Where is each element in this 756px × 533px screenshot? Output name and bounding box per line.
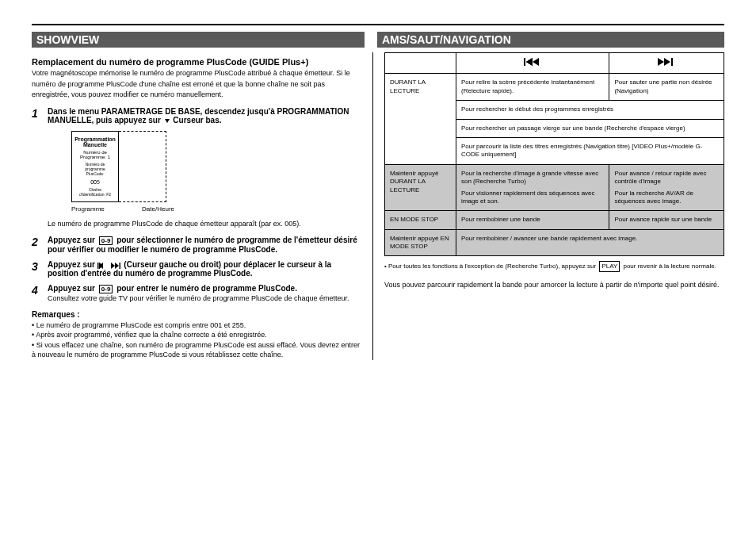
cursor-down-icon [163,117,171,125]
numeric-key-box-2: 0-9 [99,285,113,293]
preview-line1: Numéro de Programme: 1 [75,150,115,159]
preview-left-panel: Programmation Manuelle Numéro de Program… [71,131,119,202]
table-footer-note: • Pour toutes les fonctions à l'exceptio… [384,261,724,271]
page-top-border [32,24,724,25]
srow3-c1: Maintenir appuyé EN MODE STOP [385,229,456,256]
table-header-c1 [385,53,456,74]
header-right-title: AMS/SAUT/NAVIGATION [382,33,511,46]
table-row-shaded: Maintenir appuyé DURANT LA LECTURE Pour … [385,164,724,211]
step-3-number: 3 [32,260,43,278]
left-column: Remplacement du numéro de programme Plus… [32,52,372,360]
header-right-bar: AMS/SAUT/NAVIGATION [377,32,724,48]
step-4-body: Appuyez sur 0-9 pour entrer le numéro de… [48,284,361,304]
table-header-c2 [456,53,609,74]
preview-caption-labels: Programme Date/Heure [71,205,174,213]
step-2: 2 Appuyez sur 0-9 pour sélectionner le n… [32,236,361,254]
skip-next-icon [111,263,122,269]
svg-rect-8 [524,58,525,66]
table-header-row [385,53,724,74]
step-4-subtext: Consultez votre guide TV pour vérifier l… [48,293,361,305]
step-3-body: Appuyez sur (Curseur gauche ou droit) po… [48,260,361,278]
table-header-c3 [609,53,724,74]
onscreen-preview-box: Programmation Manuelle Numéro de Program… [71,131,174,213]
caption-left-label: Programme [71,205,105,213]
svg-marker-13 [658,58,664,66]
play-key-box: PLAY [599,261,620,271]
right-intro-text: Vous pouvez parcourir rapidement la band… [384,280,724,291]
notes-title: Remarques : [32,309,361,320]
note-2: • Après avoir programmé, vérifiez que la… [32,330,361,340]
step-3-a: Appuyez sur [48,260,95,269]
svg-marker-0 [165,119,170,123]
row4-c2: Pour parcourir la liste des titres enreg… [456,137,724,164]
srow1-c2: Pour la recherche d'image à grande vites… [456,164,609,211]
header-row: SHOWVIEW AMS/SAUT/NAVIGATION [32,32,724,48]
header-left-bar: SHOWVIEW [32,32,365,48]
skip-fwd-icon [658,58,675,66]
step-3: 3 Appuyez sur (Curseur gauche ou droit) … [32,260,361,278]
section-title-1: Remplacement du numéro de programme Plus… [32,57,361,67]
srow1-c1: Maintenir appuyé DURANT LA LECTURE [385,164,456,211]
note-3: • Si vous effacez une chaîne, son numéro… [32,340,361,360]
step-4-b: pour entrer le numéro de programme PlusC… [116,284,297,293]
row1-c2: Pour relire la scène précédente instanta… [456,74,609,101]
numeric-key-box-1: 0-9 [99,236,113,245]
preview-title: Programmation Manuelle [74,136,116,148]
table-row-shaded: EN MODE STOP Pour rembobiner une bande P… [385,211,724,229]
step-4-a: Appuyez sur [48,284,95,293]
srow1-c3: Pour avance / retour rapide avec contrôl… [609,164,724,211]
skip-back-icon [524,58,541,66]
row1-c1: DURANT LA LECTURE [385,74,456,164]
step-1: 1 Dans le menu PARAMETRAGE DE BASE, desc… [32,107,361,230]
svg-rect-15 [671,58,673,66]
preview-line2: Numéro de programme PlusCode: [75,162,115,176]
srow3-c2: Pour rembobiner / avancer une bande rapi… [456,229,724,256]
skip-prev-icon [97,263,109,269]
right-column: DURANT LA LECTURE Pour relire la scène p… [372,52,724,360]
main-columns: Remplacement du numéro de programme Plus… [32,52,724,360]
svg-marker-5 [111,263,115,269]
step-2-number: 2 [32,236,43,254]
row1-c3: Pour sauter une partie non désirée (Navi… [609,74,724,101]
navigation-table: DURANT LA LECTURE Pour relire la scène p… [384,52,724,256]
note-1: • Le numéro de programme PlusCode est co… [32,320,361,331]
cursor-down-label: Curseur bas. [173,116,221,125]
preview-line4: Chaîne d'identification: F2 [75,187,115,197]
svg-rect-7 [119,263,120,269]
notes-block: Remarques : • Le numéro de programme Plu… [32,309,361,360]
table-row: DURANT LA LECTURE Pour relire la scène p… [385,74,724,101]
step-2-a: Appuyez sur [48,236,95,244]
row3-c2: Pour rechercher un passage vierge sur un… [456,119,724,137]
section-intro-text: Votre magnétoscope mémorise le numéro de… [32,68,361,101]
preview-right-panel [119,131,166,202]
step-1-body: Dans le menu PARAMETRAGE DE BASE, descen… [48,107,361,230]
svg-marker-6 [115,263,119,269]
srow2-c1: EN MODE STOP [385,211,456,229]
step-2-body: Appuyez sur 0-9 pour sélectionner le num… [48,236,361,254]
caption-right-label: Date/Heure [142,205,174,213]
row2-c2: Pour rechercher le début des programmes … [456,101,724,119]
svg-marker-12 [533,58,539,66]
svg-marker-11 [526,58,533,66]
step-1-subtext: Le numéro de programme PlusCode de chaqu… [48,219,361,230]
step-1-lead: Dans le menu PARAMETRAGE DE BASE, descen… [48,107,361,125]
step-4-number: 4 [32,284,43,304]
step-1-number: 1 [32,107,43,230]
srow2-c2: Pour rembobiner une bande [456,211,609,229]
preview-line3: 005 [90,179,100,185]
header-left-title: SHOWVIEW [36,33,99,46]
step-4: 4 Appuyez sur 0-9 pour entrer le numéro … [32,284,361,304]
svg-marker-14 [664,58,670,66]
table-row-shaded: Maintenir appuyé EN MODE STOP Pour rembo… [385,229,724,256]
svg-rect-1 [97,263,99,269]
srow2-c3: Pour avance rapide sur une bande [609,211,724,229]
